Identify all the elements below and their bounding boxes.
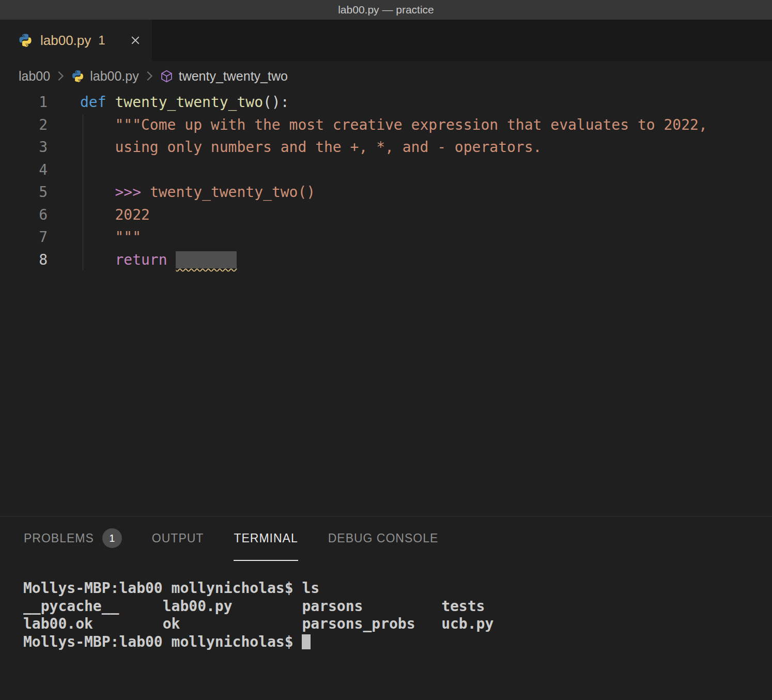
doctest-result: 2022 <box>80 206 150 223</box>
breadcrumb-folder[interactable]: lab00 <box>19 69 50 84</box>
doctest-prompt: >>> <box>115 184 149 201</box>
line-number: 2 <box>0 114 48 136</box>
docstring-text: """Come up with the most creative expres… <box>80 116 707 133</box>
line-number: 1 <box>0 91 48 114</box>
tab-problems-count: 1 <box>98 33 105 48</box>
function-name: twenty_twenty_two <box>115 94 263 111</box>
title-bar: lab00.py — practice <box>0 0 772 20</box>
punctuation: (): <box>263 94 289 111</box>
code-line[interactable]: 4 <box>0 159 772 181</box>
tab-terminal[interactable]: TERMINAL <box>234 516 298 561</box>
tab-label: lab00.py <box>40 33 91 49</box>
tab-debug-console[interactable]: DEBUG CONSOLE <box>328 516 439 561</box>
code-line[interactable]: 1 def twenty_twenty_two(): <box>0 91 772 114</box>
indent-guide <box>83 114 83 270</box>
code-line[interactable]: 7 """ <box>0 226 772 249</box>
tab-output[interactable]: OUTPUT <box>152 516 204 561</box>
panel-tab-bar: PROBLEMS 1 OUTPUT TERMINAL DEBUG CONSOLE <box>0 516 772 561</box>
code-editor[interactable]: 1 def twenty_twenty_two(): 2 """Come up … <box>0 91 772 516</box>
terminal[interactable]: Mollys-MBP:lab00 mollynicholas$ ls __pyc… <box>0 561 772 651</box>
terminal-line: Mollys-MBP:lab00 mollynicholas$ <box>23 633 772 651</box>
problems-count-badge: 1 <box>102 528 122 548</box>
breadcrumb-file[interactable]: lab00.py <box>90 69 139 84</box>
line-number: 3 <box>0 136 48 159</box>
line-number: 5 <box>0 181 48 204</box>
close-icon[interactable] <box>129 34 142 47</box>
tab-debug-console-label: DEBUG CONSOLE <box>328 531 439 545</box>
code-line[interactable]: 6 2022 <box>0 204 772 226</box>
doctest-call: twenty_twenty_two() <box>150 184 315 201</box>
chevron-right-icon <box>145 70 153 82</box>
return-expression-placeholder[interactable] <box>176 251 237 268</box>
line-number: 4 <box>0 159 48 181</box>
breadcrumb: lab00 lab00.py twenty_twenty_two <box>0 61 772 91</box>
tab-bar: lab00.py 1 <box>0 20 772 61</box>
editor-tab-lab00py[interactable]: lab00.py 1 <box>0 20 152 61</box>
tab-problems-label: PROBLEMS <box>24 531 94 545</box>
symbol-function-icon <box>160 69 174 83</box>
line-number: 6 <box>0 204 48 226</box>
window-title: lab00.py — practice <box>338 4 434 16</box>
terminal-prompt: Mollys-MBP:lab00 mollynicholas$ <box>23 633 302 650</box>
line-number: 7 <box>0 226 48 249</box>
terminal-line: __pycache__ lab00.py parsons tests <box>23 598 772 616</box>
tab-problems[interactable]: PROBLEMS 1 <box>24 516 122 561</box>
code-line[interactable]: 2 """Come up with the most creative expr… <box>0 114 772 136</box>
keyword-return: return <box>115 251 176 268</box>
bottom-panel: PROBLEMS 1 OUTPUT TERMINAL DEBUG CONSOLE… <box>0 516 772 700</box>
code-line[interactable]: 3 using only numbers and the +, *, and -… <box>0 136 772 159</box>
breadcrumb-symbol[interactable]: twenty_twenty_two <box>179 69 288 84</box>
python-icon <box>71 69 85 83</box>
terminal-line: Mollys-MBP:lab00 mollynicholas$ ls <box>23 580 772 598</box>
terminal-cursor <box>302 634 311 649</box>
line-number-active: 8 <box>0 249 48 271</box>
code-line[interactable]: 5 >>> twenty_twenty_two() <box>0 181 772 204</box>
python-icon <box>18 33 33 48</box>
chevron-right-icon <box>56 70 65 82</box>
docstring-text: using only numbers and the +, *, and - o… <box>80 139 542 156</box>
tab-output-label: OUTPUT <box>152 531 204 545</box>
code-line[interactable]: 8 return <box>0 249 772 271</box>
keyword-def: def <box>80 94 115 111</box>
tab-terminal-label: TERMINAL <box>234 531 298 545</box>
docstring-close: """ <box>80 229 141 246</box>
terminal-line: lab00.ok ok parsons_probs ucb.py <box>23 615 772 633</box>
